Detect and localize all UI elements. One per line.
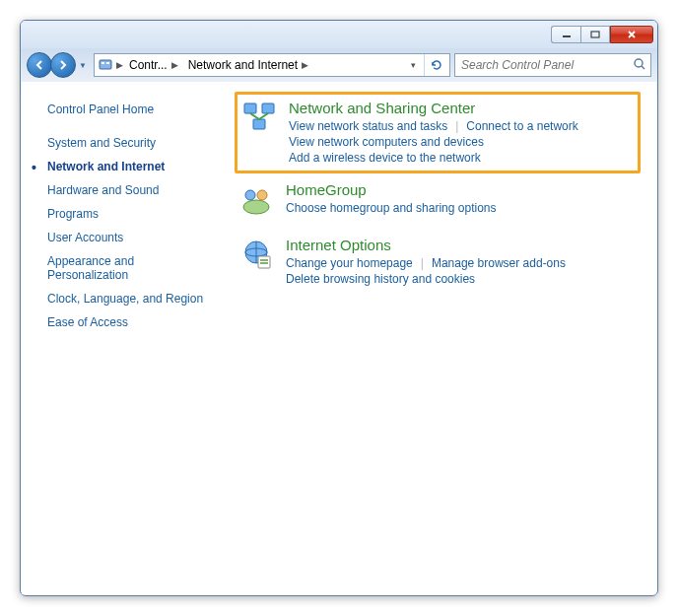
svg-point-5 bbox=[635, 59, 643, 67]
homegroup-icon[interactable] bbox=[238, 181, 274, 217]
back-button[interactable] bbox=[27, 52, 52, 78]
task-link[interactable]: Choose homegroup and sharing options bbox=[286, 200, 496, 216]
content-area: Control Panel HomeSystem and SecurityNet… bbox=[22, 82, 656, 594]
minimize-button[interactable] bbox=[551, 26, 580, 43]
nav-arrows: ▼ bbox=[27, 52, 90, 78]
category-links: Change your homepage|Manage browser add-… bbox=[286, 255, 637, 287]
window-controls bbox=[551, 26, 653, 43]
search-input[interactable] bbox=[459, 57, 633, 73]
svg-point-12 bbox=[243, 200, 269, 214]
chevron-right-icon[interactable]: ▶ bbox=[302, 60, 308, 70]
breadcrumb-root[interactable]: Contr... ▶ bbox=[125, 54, 182, 76]
breadcrumb-root-label: Contr... bbox=[129, 58, 168, 72]
category-title[interactable]: Network and Sharing Center bbox=[289, 100, 634, 116]
task-link[interactable]: Add a wireless device to the network bbox=[289, 150, 481, 166]
category-title[interactable]: Internet Options bbox=[286, 237, 637, 253]
svg-rect-9 bbox=[253, 119, 265, 129]
sidebar: Control Panel HomeSystem and SecurityNet… bbox=[22, 82, 219, 594]
svg-rect-2 bbox=[100, 60, 111, 69]
internet-options-icon[interactable] bbox=[238, 237, 274, 272]
task-link[interactable]: Delete browsing history and cookies bbox=[286, 271, 475, 287]
navigation-bar: ▼ ▶ Contr... ▶ Network and Internet ▶ ▾ bbox=[21, 48, 657, 82]
refresh-button[interactable] bbox=[424, 54, 447, 76]
recent-pages-dropdown[interactable]: ▼ bbox=[76, 55, 90, 75]
forward-button[interactable] bbox=[50, 52, 76, 78]
svg-rect-7 bbox=[244, 103, 256, 113]
task-link[interactable]: Connect to a network bbox=[466, 118, 577, 134]
category-body: HomeGroupChoose homegroup and sharing op… bbox=[286, 181, 637, 217]
sidebar-item-ease-of-access[interactable]: Ease of Access bbox=[43, 310, 209, 334]
svg-rect-1 bbox=[591, 32, 599, 37]
category-network-and-sharing-center: Network and Sharing CenterView network s… bbox=[235, 92, 641, 173]
sidebar-item-system-and-security[interactable]: System and Security bbox=[43, 131, 209, 155]
category-title[interactable]: HomeGroup bbox=[286, 181, 637, 198]
category-body: Network and Sharing CenterView network s… bbox=[289, 100, 634, 166]
main-panel: Network and Sharing CenterView network s… bbox=[219, 82, 656, 594]
link-separator: | bbox=[455, 119, 458, 133]
sidebar-item-control-panel-home[interactable]: Control Panel Home bbox=[43, 98, 209, 121]
network-sharing-icon[interactable] bbox=[241, 100, 277, 135]
svg-rect-15 bbox=[258, 256, 270, 268]
breadcrumb-current[interactable]: Network and Internet ▶ bbox=[184, 54, 312, 76]
category-links: Choose homegroup and sharing options bbox=[286, 200, 637, 216]
control-panel-window: ▼ ▶ Contr... ▶ Network and Internet ▶ ▾ bbox=[20, 20, 658, 596]
address-dropdown[interactable]: ▾ bbox=[404, 54, 422, 76]
svg-rect-8 bbox=[262, 103, 274, 113]
sidebar-item-programs[interactable]: Programs bbox=[43, 202, 209, 226]
task-link[interactable]: Change your homepage bbox=[286, 255, 413, 271]
category-links: View network status and tasks|Connect to… bbox=[289, 118, 634, 166]
close-button[interactable] bbox=[610, 26, 653, 43]
address-bar[interactable]: ▶ Contr... ▶ Network and Internet ▶ ▾ bbox=[94, 53, 450, 77]
svg-point-11 bbox=[257, 190, 267, 200]
category-homegroup: HomeGroupChoose homegroup and sharing op… bbox=[235, 173, 641, 229]
task-link[interactable]: View network status and tasks bbox=[289, 118, 447, 134]
svg-rect-3 bbox=[102, 62, 104, 64]
svg-rect-4 bbox=[106, 62, 109, 64]
svg-rect-0 bbox=[563, 35, 571, 37]
control-panel-icon bbox=[97, 56, 114, 74]
titlebar[interactable] bbox=[21, 21, 657, 48]
task-link[interactable]: View network computers and devices bbox=[289, 134, 484, 150]
maximize-button[interactable] bbox=[580, 26, 610, 43]
search-icon[interactable] bbox=[633, 57, 646, 74]
category-body: Internet OptionsChange your homepage|Man… bbox=[286, 237, 637, 287]
chevron-right-icon[interactable]: ▶ bbox=[171, 60, 178, 70]
task-link[interactable]: Manage browser add-ons bbox=[432, 255, 566, 271]
link-separator: | bbox=[421, 256, 424, 270]
sidebar-item-hardware-and-sound[interactable]: Hardware and Sound bbox=[43, 178, 209, 202]
svg-line-6 bbox=[642, 66, 644, 69]
sidebar-item-clock-language-and-region[interactable]: Clock, Language, and Region bbox=[43, 287, 209, 310]
search-box[interactable] bbox=[454, 53, 651, 77]
sidebar-item-network-and-internet[interactable]: Network and Internet bbox=[43, 155, 209, 178]
sidebar-item-appearance-and-personalization[interactable]: Appearance and Personalization bbox=[43, 249, 209, 287]
breadcrumb-current-label: Network and Internet bbox=[188, 58, 298, 72]
category-internet-options: Internet OptionsChange your homepage|Man… bbox=[235, 229, 641, 299]
svg-point-10 bbox=[245, 190, 255, 200]
chevron-right-icon[interactable]: ▶ bbox=[116, 60, 123, 70]
sidebar-item-user-accounts[interactable]: User Accounts bbox=[43, 226, 209, 249]
